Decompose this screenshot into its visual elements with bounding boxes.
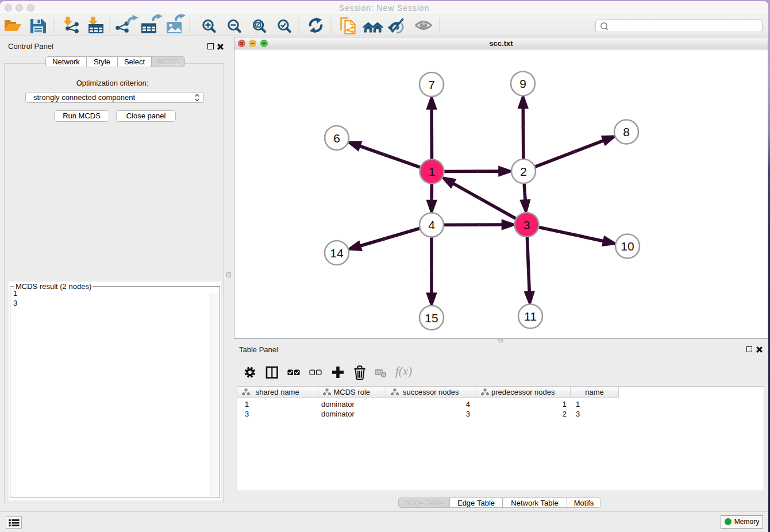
svg-text:7: 7 <box>428 78 435 91</box>
svg-text:1: 1 <box>429 165 436 178</box>
svg-text:8: 8 <box>623 125 630 138</box>
svg-text:14: 14 <box>330 246 344 260</box>
svg-text:10: 10 <box>621 240 634 253</box>
svg-text:11: 11 <box>524 310 537 323</box>
svg-text:9: 9 <box>519 77 526 90</box>
svg-text:3: 3 <box>523 218 530 232</box>
svg-text:4: 4 <box>428 218 435 232</box>
svg-text:6: 6 <box>333 132 340 145</box>
svg-text:2: 2 <box>520 165 527 178</box>
svg-text:15: 15 <box>425 311 438 325</box>
